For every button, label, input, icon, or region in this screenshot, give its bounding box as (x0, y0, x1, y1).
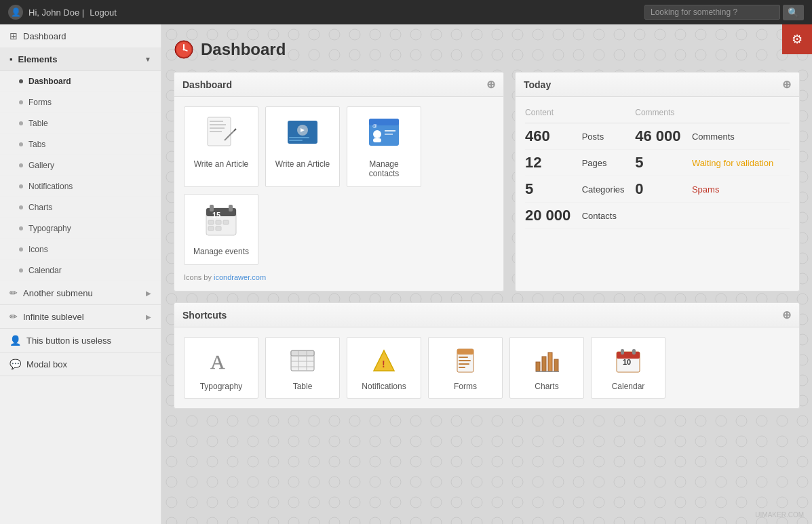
charts-icon (533, 347, 560, 378)
svg-rect-16 (289, 137, 309, 138)
shortcut-forms-label: Forms (454, 382, 477, 391)
sidebar-sub-item-notifications[interactable]: Notifications (0, 176, 161, 197)
shortcut-typography[interactable]: A Typography (184, 337, 258, 399)
shortcut-typography-label: Typography (200, 382, 243, 391)
svg-rect-6 (210, 121, 223, 122)
shortcut-charts[interactable]: Charts (509, 337, 584, 399)
calendar-icon: 10 (615, 347, 642, 378)
article1-icon (204, 115, 238, 155)
svg-text:15: 15 (212, 211, 220, 219)
sidebar-sub-item-gallery[interactable]: Gallery (0, 155, 161, 176)
settings-button[interactable]: ⚙ (782, 24, 812, 54)
sidebar-item-another-submenu[interactable]: ✏ Another submenu ▶ (0, 281, 161, 305)
col-status-header (692, 106, 790, 123)
categories-num: 5 (525, 176, 582, 203)
useless-button-label: This button is useless (26, 336, 111, 346)
dot-icon (19, 100, 23, 104)
article2-icon (286, 115, 320, 155)
search-input[interactable] (644, 5, 780, 20)
pencil-icon: ✏ (9, 287, 18, 298)
icondrawer-credit: Icons by icondrawer.com (184, 273, 494, 281)
dashboard-panel: Dashboard ⊕ (174, 72, 504, 291)
svg-rect-45 (457, 349, 473, 355)
sidebar-sub-item-dashboard[interactable]: Dashboard (0, 71, 161, 92)
sidebar-item-infinite-sublevel[interactable]: ✏ Infinite sublevel ▶ (0, 305, 161, 329)
dot-icon (19, 184, 23, 188)
contacts-num: 20 000 (525, 203, 582, 229)
categories-status: Spams (692, 176, 790, 203)
icondrawer-link[interactable]: icondrawer.com (214, 273, 266, 281)
dashboard-panel-header: Dashboard ⊕ (174, 73, 503, 97)
svg-rect-37 (291, 350, 314, 356)
sidebar-sub-item-typography[interactable]: Typography (0, 218, 161, 239)
dashboard-panel-collapse[interactable]: ⊕ (486, 78, 495, 91)
sidebar-sub-item-icons[interactable]: Icons (0, 239, 161, 260)
shortcuts-panel-header: Shortcuts ⊕ (174, 303, 799, 327)
shortcut-notifications[interactable]: ! Notifications (347, 337, 421, 399)
shortcut-calendar[interactable]: 10 Calendar (591, 337, 665, 399)
contacts-label: Contacts (582, 203, 636, 229)
shortcut-label-4: Manage events (193, 247, 249, 256)
sidebar-sub-item-charts[interactable]: Charts (0, 197, 161, 218)
sidebar-item-modal-box[interactable]: 💬 Modal box (0, 352, 161, 376)
sub-item-label: Dashboard (28, 77, 71, 86)
shortcuts-panel-collapse[interactable]: ⊕ (782, 308, 791, 321)
sidebar-sub-item-tabs[interactable]: Tabs (0, 134, 161, 155)
main-content: ⚙ Dashboard Dashboard ⊕ (161, 24, 812, 524)
sub-item-label: Gallery (28, 161, 54, 170)
today-panel-header: Today ⊕ (516, 73, 799, 97)
pages-comments-count: 5 (635, 150, 692, 176)
logout-link[interactable]: Logout (90, 7, 117, 18)
top-cards-row: Dashboard ⊕ (174, 72, 800, 291)
table-icon (289, 347, 316, 378)
dashboard-panel-body: Write an Article (174, 97, 503, 291)
dot-icon (19, 163, 23, 167)
arrow-icon: ▶ (146, 289, 151, 297)
sidebar-sub-item-table[interactable]: Table (0, 113, 161, 134)
pencil-icon2: ✏ (9, 311, 18, 322)
dashboard-panel-title: Dashboard (182, 79, 232, 90)
svg-rect-31 (216, 220, 221, 224)
svg-rect-53 (554, 359, 558, 371)
col-label-header (582, 106, 636, 123)
shortcut-write-article-1[interactable]: Write an Article (184, 106, 258, 187)
svg-text:@: @ (372, 123, 377, 128)
search-wrap: 🔍 (644, 5, 804, 20)
shortcut-table[interactable]: Table (265, 337, 340, 399)
svg-line-11 (234, 129, 236, 131)
shortcut-manage-events[interactable]: 15 Manage events (184, 194, 258, 265)
shortcut-label-1: Write an Article (194, 159, 248, 169)
dot-icon (19, 268, 23, 273)
shortcuts-panel-title: Shortcuts (182, 310, 227, 321)
today-panel-collapse[interactable]: ⊕ (782, 78, 791, 91)
elements-arrow: ▼ (144, 56, 151, 63)
chat-icon: 💬 (9, 359, 21, 369)
sidebar: ⊞ Dashboard ▪ Elements ▼ Dashboard Forms… (0, 24, 161, 524)
sidebar-section-elements[interactable]: ▪ Elements ▼ (0, 48, 161, 71)
shortcut-manage-contacts[interactable]: @ Manage contacts (347, 106, 421, 187)
svg-rect-28 (229, 205, 233, 211)
shortcut-forms[interactable]: Forms (428, 337, 503, 399)
arrow-icon2: ▶ (146, 313, 151, 321)
today-row-contacts: 20 000 Contacts (525, 203, 790, 229)
sidebar-item-useless-button[interactable]: 👤 This button is useless (0, 329, 161, 352)
sub-item-label: Notifications (28, 182, 73, 191)
svg-rect-8 (210, 127, 225, 129)
notifications-icon: ! (370, 347, 398, 378)
shortcut-write-article-2[interactable]: Write an Article (265, 106, 340, 187)
sub-item-label: Charts (28, 203, 52, 212)
sidebar-sub-item-forms[interactable]: Forms (0, 92, 161, 113)
today-row-categories: 5 Categories 0 Spams (525, 176, 790, 203)
sidebar-item-dashboard-top[interactable]: ⊞ Dashboard (0, 24, 161, 48)
layout: ⊞ Dashboard ▪ Elements ▼ Dashboard Forms… (0, 24, 812, 524)
dot-icon (19, 121, 23, 125)
sidebar-sub-item-calendar[interactable]: Calendar (0, 260, 161, 281)
search-button[interactable]: 🔍 (783, 5, 804, 20)
pages-num: 12 (525, 150, 582, 176)
dashboard-clock-icon (174, 39, 194, 60)
svg-text:!: ! (382, 359, 385, 369)
sub-item-label: Table (28, 119, 48, 128)
svg-rect-32 (223, 220, 229, 224)
events-icon: 15 (204, 203, 238, 243)
today-row-pages: 12 Pages 5 Waiting for validation (525, 150, 790, 176)
